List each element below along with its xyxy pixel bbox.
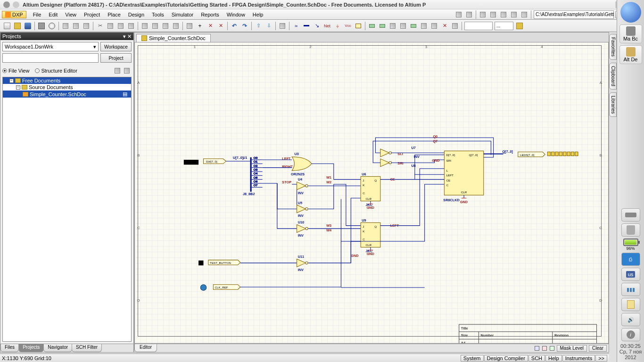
directive-icon[interactable] (429, 21, 439, 31)
file-view-radio[interactable]: File View (2, 68, 29, 74)
snap-icon[interactable]: + (195, 21, 205, 31)
browse-icon[interactable] (515, 21, 524, 31)
zoom-select-icon[interactable] (82, 21, 91, 31)
tray-drive-icon[interactable] (621, 208, 640, 222)
move-icon[interactable] (150, 21, 160, 31)
menu-project[interactable]: Project (80, 11, 104, 18)
zoom-area-icon[interactable] (71, 21, 81, 31)
redo-icon[interactable]: ↷ (240, 21, 249, 31)
tab-sch-filter[interactable]: SCH Filter (72, 344, 102, 352)
path-field[interactable]: C:\AD\extras\Examples\Tutorials\Gett (534, 10, 614, 19)
select-all-icon[interactable] (140, 21, 149, 31)
sheet-entry-icon[interactable] (378, 21, 387, 31)
paste-icon[interactable] (116, 21, 125, 31)
grid-icon[interactable] (185, 21, 194, 31)
tab-editor[interactable]: Editor (134, 344, 157, 352)
tray-notes-icon[interactable] (621, 298, 640, 311)
undo-icon[interactable]: ↶ (230, 21, 239, 31)
menu-file[interactable]: File (29, 11, 45, 18)
new-icon[interactable] (2, 21, 12, 31)
tray-volume-icon[interactable]: 🔊 (621, 313, 640, 326)
mask-preview-icon[interactable] (535, 346, 539, 351)
menu-reports[interactable]: Reports (197, 11, 223, 18)
cross-probe-icon[interactable]: ✕ (206, 21, 215, 31)
tray-trash-icon[interactable] (621, 223, 640, 237)
menu-simulator[interactable]: Simulator (168, 11, 197, 18)
dxp-button[interactable]: DXP (2, 11, 26, 18)
hierarchy-down-icon[interactable]: ⇩ (264, 21, 273, 31)
mask-preview-icon[interactable] (542, 346, 547, 351)
preview-icon[interactable] (47, 21, 57, 31)
project-field[interactable] (2, 53, 99, 63)
tb-dropdown-icon[interactable] (454, 10, 463, 19)
zoom-fit-icon[interactable] (61, 21, 70, 31)
panel-opt2-icon[interactable] (123, 66, 131, 75)
workspace-combo[interactable]: Workspace1.DsnWrk▾ (2, 42, 99, 51)
panel-opt1-icon[interactable] (113, 66, 122, 75)
text-frame-icon[interactable] (450, 21, 460, 31)
project-tree[interactable]: −Free Documents −Source Documents Simple… (2, 77, 132, 342)
copy-icon[interactable] (106, 21, 115, 31)
vtab-clipboard[interactable]: Clipboard (609, 63, 617, 90)
menu-place[interactable]: Place (104, 11, 124, 18)
layer-field-2[interactable]: ... (495, 22, 513, 30)
deselect-icon[interactable] (161, 21, 170, 31)
vtab-favorites[interactable]: Favorites (609, 34, 617, 60)
device-sheet-icon[interactable] (388, 21, 397, 31)
tree-schdoc[interactable]: Simple_Counter.SchDoc ▤ (3, 90, 131, 98)
save-icon[interactable] (23, 21, 33, 31)
tb-dropdown-icon[interactable] (464, 10, 474, 19)
tray-lang[interactable]: us (621, 268, 640, 281)
schematic-canvas[interactable]: 1 2 3 4 A B C D A B C D SW[7..0] U[7..0]… (134, 42, 609, 344)
structure-editor-radio[interactable]: Structure Editor (35, 68, 77, 74)
status-sch[interactable]: SCH (528, 355, 545, 362)
tray-app2[interactable]: Alt De (619, 45, 642, 64)
sheet-symbol-icon[interactable] (367, 21, 377, 31)
print-icon[interactable] (37, 21, 46, 31)
cross-select-icon[interactable]: ✕ (216, 21, 225, 31)
tab-files[interactable]: Files (0, 344, 19, 352)
part-icon[interactable] (354, 21, 363, 31)
noErc-icon[interactable]: ✕ (440, 21, 449, 31)
pin-icon[interactable] (13, 1, 19, 8)
menu-view[interactable]: View (61, 11, 80, 18)
menu-window[interactable]: Window (223, 11, 249, 18)
hierarchy-up-icon[interactable]: ⇧ (254, 21, 263, 31)
project-button[interactable]: Project (100, 53, 132, 63)
harness-icon[interactable] (398, 21, 408, 31)
status-system[interactable]: System (461, 355, 484, 362)
wire-icon[interactable]: ≈ (291, 21, 301, 31)
tree-free-documents[interactable]: −Free Documents (3, 77, 131, 84)
vtab-libraries[interactable]: Libraries (609, 92, 617, 117)
menu-tools[interactable]: Tools (148, 11, 168, 18)
battery-indicator[interactable]: 96% (619, 239, 642, 251)
layer-field-1[interactable] (464, 22, 493, 30)
tb-dropdown-icon[interactable] (499, 10, 508, 19)
menu-design[interactable]: Design (124, 11, 148, 18)
port-icon[interactable] (409, 21, 418, 31)
mask-preview-icon[interactable] (550, 346, 554, 351)
tb-dropdown-icon[interactable] (488, 10, 498, 19)
menu-help[interactable]: Help (249, 11, 267, 18)
bus-icon[interactable] (302, 21, 311, 31)
panel-close-icon[interactable]: ▾ ✕ (123, 33, 132, 40)
status-design-compiler[interactable]: Design Compiler (484, 355, 528, 362)
globe-icon[interactable] (620, 2, 641, 23)
clear-button[interactable]: Clear (589, 345, 607, 352)
tray-usb-icon[interactable]: ⎙ (621, 253, 640, 266)
gnd-icon[interactable]: ⏚ (333, 21, 342, 31)
clear-icon[interactable] (171, 21, 181, 31)
bus-entry-icon[interactable]: ↘ (312, 21, 322, 31)
tray-network-icon[interactable]: ▮▮▮ (621, 283, 640, 296)
tray-app1[interactable]: Ma Bc (619, 25, 642, 43)
offsheet-icon[interactable] (419, 21, 429, 31)
tree-source-documents[interactable]: −Source Documents (3, 84, 131, 90)
open-icon[interactable] (13, 21, 22, 31)
compile-icon[interactable] (278, 21, 287, 31)
status-more[interactable]: >> (595, 355, 607, 362)
tb-dropdown-icon[interactable] (509, 10, 519, 19)
file-tab-schdoc[interactable]: Simple_Counter.SchDoc (136, 34, 211, 42)
cut-icon[interactable]: ✂ (95, 21, 105, 31)
status-instruments[interactable]: Instruments (562, 355, 595, 362)
status-help[interactable]: Help (545, 355, 562, 362)
